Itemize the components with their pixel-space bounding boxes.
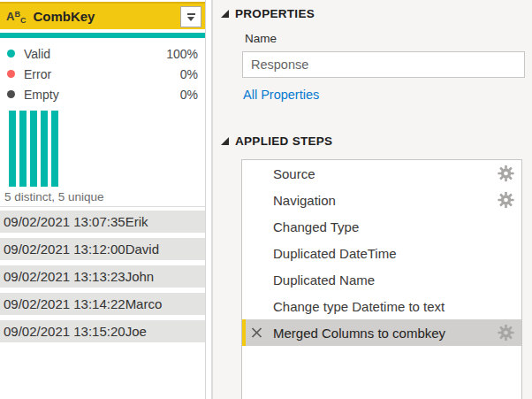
power-query-editor: ABC CombKey Valid100%Error0%Empty0% 5 di… [0,0,532,399]
step-label: Duplicated Name [273,272,375,288]
quality-value: 0% [180,67,198,81]
step-label: Navigation [273,193,336,208]
applied-step-changed-type[interactable]: Changed Type [242,213,521,240]
applied-steps-list: Source Navigation Changed TypeDuplicated… [241,159,522,399]
distribution-bar [51,111,58,187]
column-title: CombKey [33,9,95,24]
applied-step-source[interactable]: Source [242,160,521,187]
step-label: Duplicated DateTime [273,246,397,261]
table-cell[interactable]: 09/02/2021 13:14:22Marco [0,293,205,315]
quality-row-error: Error0% [7,64,198,84]
query-name-input[interactable] [242,51,525,78]
properties-section-header[interactable]: PROPERTIES [221,7,315,20]
distribution-bar [9,111,16,187]
distribution-bar [30,111,37,187]
applied-step-duplicated-datetime[interactable]: Duplicated DateTime [242,240,521,266]
empty-dot-icon [7,90,15,98]
table-cell[interactable]: 09/02/2021 13:13:23John [0,265,205,288]
quality-label: Valid [24,47,166,61]
selected-step-accent-bar [242,319,246,346]
distribution-bar [19,111,27,187]
delete-step-icon[interactable] [250,326,263,340]
step-settings-gear-icon[interactable] [498,192,514,209]
distinct-summary: 5 distinct, 5 unique [4,190,104,203]
step-label: Source [273,166,315,181]
column-rows: 09/02/2021 13:07:35Erik09/02/2021 13:12:… [0,211,205,348]
column-dropdown-button[interactable] [180,6,201,27]
table-cell[interactable]: 09/02/2021 13:07:35Erik [0,211,205,233]
query-settings-pane: PROPERTIES Name All Properties APPLIED S… [213,0,532,399]
column-divider [0,206,205,207]
applied-steps-section-header[interactable]: APPLIED STEPS [221,134,332,148]
step-label: Changed Type [273,219,359,234]
chevron-down-icon [187,17,194,21]
quality-value: 100% [166,47,198,61]
collapse-triangle-icon [221,10,229,18]
column-quality-list: Valid100%Error0%Empty0% [7,43,198,104]
applied-step-merged-columns-to-combkey[interactable]: Merged Columns to combkey [242,319,521,346]
quality-label: Error [24,67,180,81]
valid-dot-icon [7,50,15,58]
applied-step-change-type-datetime-to-text[interactable]: Change type Datetime to text [242,293,521,319]
all-properties-link[interactable]: All Properties [243,88,319,102]
properties-title: PROPERTIES [235,7,315,20]
table-cell[interactable]: 09/02/2021 13:12:00David [0,238,205,260]
applied-step-navigation[interactable]: Navigation [242,187,521,213]
column-quality-bar [0,33,205,38]
quality-value: 0% [180,88,198,102]
value-distribution-chart [9,111,58,187]
table-cell[interactable]: 09/02/2021 13:15:20Joe [0,320,205,342]
applied-step-duplicated-name[interactable]: Duplicated Name [242,266,521,293]
quality-row-valid: Valid100% [7,43,198,64]
collapse-triangle-icon [221,137,229,145]
name-label: Name [245,32,277,45]
quality-row-empty: Empty0% [7,84,198,104]
applied-steps-title: APPLIED STEPS [235,134,332,148]
column-right-border [205,0,206,399]
step-label: Merged Columns to combkey [273,326,445,341]
quality-label: Empty [24,88,180,102]
column-header[interactable]: ABC CombKey [0,2,205,29]
step-label: Change type Datetime to text [273,299,445,314]
distribution-bar [41,111,48,187]
error-dot-icon [7,70,15,78]
step-settings-gear-icon[interactable] [498,165,514,182]
filter-bar-icon [187,13,195,15]
text-type-icon: ABC [6,9,26,25]
step-settings-gear-icon[interactable] [498,325,514,341]
